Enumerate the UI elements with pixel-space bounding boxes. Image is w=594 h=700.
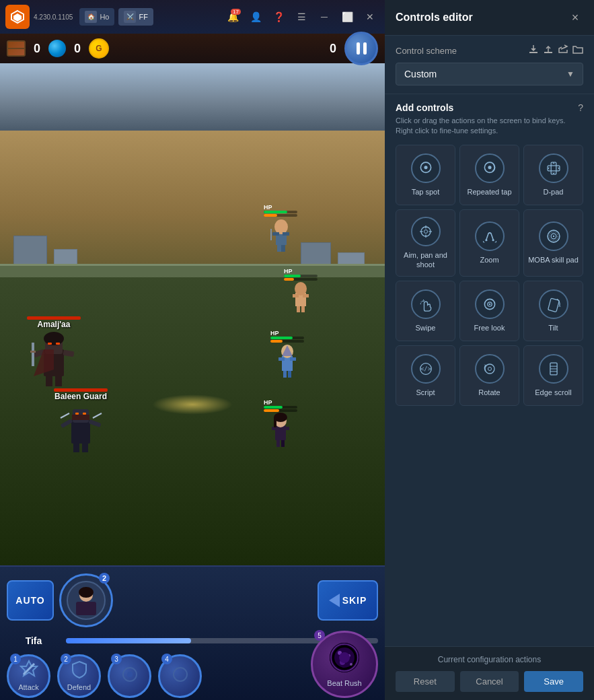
svg-rect-41 <box>290 357 296 361</box>
script-label: Script <box>416 388 435 397</box>
skill-attack-button[interactable]: 1 Attack <box>7 654 50 698</box>
swipe-label: Swipe <box>416 323 436 332</box>
skill-bar: 1 Attack 2 Defend <box>0 651 385 700</box>
repeated-tap-icon <box>475 153 505 183</box>
svg-text:</>: </> <box>420 365 431 372</box>
svg-rect-10 <box>55 376 62 386</box>
control-edge-scroll[interactable]: Edge scroll <box>523 345 583 406</box>
tab-home[interactable]: 🏠 Ho <box>79 8 114 26</box>
svg-rect-8 <box>30 351 36 353</box>
home-tab-label: Ho <box>100 13 109 21</box>
svg-rect-76 <box>544 52 552 53</box>
free-look-label: Free look <box>474 323 505 332</box>
svg-rect-27 <box>272 232 279 236</box>
battlefield: Amalj'aa <box>0 63 385 565</box>
restore-button[interactable]: ⬜ <box>338 7 357 26</box>
svg-rect-37 <box>301 306 305 312</box>
energy-bar-fill <box>66 638 191 643</box>
skill-beat-rush-button[interactable]: 5 <box>311 631 378 698</box>
config-actions: Current configuration actions Reset Canc… <box>385 646 594 700</box>
control-zoom[interactable]: Zoom <box>459 209 519 277</box>
svg-rect-43 <box>288 371 291 378</box>
svg-marker-1 <box>13 13 22 22</box>
svg-point-71 <box>339 652 350 663</box>
control-aim-pan-shoot[interactable]: Aim, pan and shoot <box>396 209 455 277</box>
rotate-icon <box>475 354 505 384</box>
moba-skill-pad-label: MOBA skill pad <box>528 255 579 265</box>
top-bar: 4.230.0.1105 🏠 Ho ⚔️ FF 🔔 17 👤 ❓ ☰ ─ ⬜ ✕ <box>0 0 385 34</box>
close-window-button[interactable]: ✕ <box>361 7 379 26</box>
bottom-ui: AUTO 2 SKIP Tifa <box>0 565 385 700</box>
party-char-2: HP <box>284 268 318 314</box>
app-version: 4.230.0.1105 <box>34 13 73 21</box>
svg-rect-18 <box>88 419 101 427</box>
svg-line-20 <box>93 413 102 418</box>
minimize-button[interactable]: ─ <box>315 7 334 26</box>
svg-point-78 <box>424 166 427 169</box>
control-scheme-dropdown[interactable]: Custom ▼ <box>396 63 583 85</box>
svg-rect-50 <box>281 440 285 447</box>
script-icon: </> <box>411 354 441 384</box>
control-scheme-label: Control scheme <box>396 44 583 57</box>
svg-rect-34 <box>293 294 299 298</box>
control-free-look[interactable]: Free look <box>459 281 519 341</box>
party-char-3-sprite <box>276 343 298 380</box>
party-char-4-sprite <box>269 412 292 450</box>
controls-editor-panel: Controls editor × Control scheme <box>385 0 594 700</box>
svg-rect-36 <box>297 306 300 312</box>
skill-defend-button[interactable]: 2 Defend <box>57 654 101 698</box>
close-panel-button[interactable]: × <box>567 9 583 26</box>
auto-button[interactable]: AUTO <box>7 580 54 621</box>
pause-icon <box>357 42 367 55</box>
scheme-share-button[interactable] <box>558 44 568 57</box>
control-repeated-tap[interactable]: Repeated tap <box>459 145 519 205</box>
zoom-icon <box>475 221 505 251</box>
enemy-baleen-label: Baleen Guard <box>54 392 107 401</box>
char-slot-tifa[interactable]: 2 <box>59 573 113 627</box>
tab-ff[interactable]: ⚔️ FF <box>118 8 153 26</box>
pause-button[interactable] <box>344 32 378 65</box>
add-controls-header: Add controls ? <box>396 102 583 113</box>
control-script[interactable]: </> Script <box>396 345 455 406</box>
scheme-folder-button[interactable] <box>572 44 583 57</box>
control-moba-skill-pad[interactable]: MOBA skill pad <box>523 209 583 277</box>
tilt-label: Tilt <box>548 323 558 332</box>
add-controls-description: Click or drag the actions on the screen … <box>396 116 583 137</box>
skill-3-icon <box>120 665 139 688</box>
svg-rect-74 <box>529 52 537 53</box>
help-icon-button[interactable]: ? <box>578 102 583 113</box>
svg-line-19 <box>61 413 69 418</box>
skill-3-button[interactable]: 3 <box>108 654 151 698</box>
svg-point-84 <box>424 230 427 233</box>
scheme-upload-button[interactable] <box>543 44 554 57</box>
char-slot-num: 2 <box>99 573 110 584</box>
control-tap-spot[interactable]: Tap spot <box>396 145 455 205</box>
menu-button[interactable]: ☰ <box>292 7 311 26</box>
control-scheme-section: Control scheme <box>385 36 594 94</box>
party-char-2-sprite <box>290 281 311 314</box>
repeated-tap-label: Repeated tap <box>467 187 511 197</box>
cancel-button[interactable]: Cancel <box>460 671 519 692</box>
scheme-download-button[interactable] <box>528 44 539 57</box>
beat-rush-icon <box>328 641 361 678</box>
add-controls-title: Add controls <box>396 102 453 113</box>
party-char-4: HP <box>264 399 297 450</box>
config-buttons-group: Reset Cancel Save <box>396 671 583 692</box>
control-rotate[interactable]: Rotate <box>459 345 519 406</box>
account-button[interactable]: 👤 <box>246 7 265 26</box>
control-swipe[interactable]: Swipe <box>396 281 455 341</box>
control-tilt[interactable]: Tilt <box>523 281 583 341</box>
control-d-pad[interactable]: D-pad <box>523 145 583 205</box>
save-button[interactable]: Save <box>524 671 583 692</box>
skip-button[interactable]: SKIP <box>318 580 378 621</box>
svg-rect-81 <box>551 162 556 174</box>
svg-point-89 <box>485 239 487 241</box>
svg-rect-9 <box>46 376 52 386</box>
dropdown-arrow-icon: ▼ <box>566 69 574 79</box>
svg-rect-16 <box>72 415 89 420</box>
svg-rect-12 <box>48 343 52 345</box>
notifications-button[interactable]: 🔔 17 <box>223 7 242 26</box>
skill-4-button[interactable]: 4 <box>158 654 202 698</box>
reset-button[interactable]: Reset <box>396 671 455 692</box>
help-button[interactable]: ❓ <box>269 7 288 26</box>
